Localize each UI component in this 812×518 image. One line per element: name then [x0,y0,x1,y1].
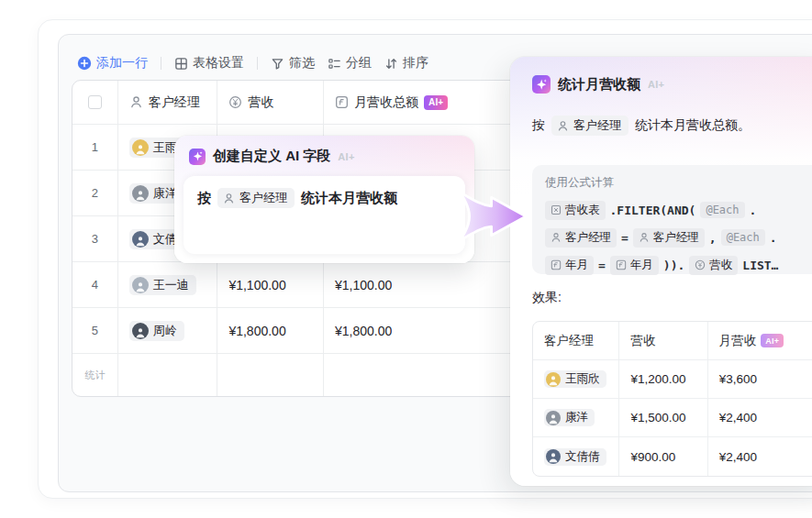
formula-operator: )). [663,259,684,272]
panel-title: 统计月营收额 [558,76,640,94]
token-label: 营收表 [565,203,600,218]
popup-title: 创建自定义 AI 字段 [213,148,330,165]
filter-button[interactable]: 筛选 [271,55,315,72]
field-chip-manager: 客户经理 [217,188,295,208]
token-label: 客户经理 [565,230,611,246]
person-icon [551,232,562,243]
toolbar-divider [257,57,258,70]
funnel-icon [271,57,284,71]
ai-plus-tag: AI+ [338,151,354,162]
prompt-text: 按 客户经理 统计本月营收额 [197,188,451,208]
sheet-icon [551,204,562,215]
toolbar-divider [161,57,161,70]
ai-sparkle-icon [532,75,551,94]
sort-button[interactable]: 排序 [384,55,428,72]
manager-cell[interactable]: 周岭 [118,308,218,353]
column-header-label: 月营收总额 [354,94,418,111]
group-button[interactable]: 分组 [328,55,372,72]
person-chip: 康洋 [544,409,595,426]
revenue-cell[interactable]: ¥1,800.00 [217,308,324,353]
panel-description: 按 客户经理 统计本月营收总额。 [510,94,812,136]
formula-icon [551,259,562,270]
result-row: 王雨欣 ¥1,200.00 ¥3,600 [533,360,812,399]
select-all-checkbox[interactable] [88,95,102,109]
avatar [132,185,149,202]
ai-prompt-input[interactable]: 按 客户经理 统计本月营收额 [184,176,465,254]
formula-operator: . [750,204,757,217]
field-chip-revenue: 营收 [689,256,738,275]
avatar [132,139,149,156]
formula-line: 年月 = 年月 )). 营收 LIST… [545,251,809,279]
person-chip: 王雨欣 [544,370,606,388]
table-settings-label: 表格设置 [193,55,244,72]
token-label: 营收 [709,258,732,273]
plus-circle-icon [77,56,92,71]
filter-label: 筛选 [289,55,315,72]
connector-arrow-icon [457,191,530,242]
ai-plus-tag: AI+ [648,79,664,90]
avatar [132,323,149,339]
person-name: 王一迪 [153,277,189,293]
yen-icon [228,95,242,109]
monthly-total-cell[interactable]: ¥1,100.00 [324,262,537,307]
add-row-label: 添加一行 [96,55,148,72]
monthly-total-cell[interactable]: ¥1,800.00 [324,308,537,353]
person-chip: 周岭 [129,321,184,341]
ai-field-badge: AI+ [424,95,448,110]
field-chip-yearmonth: 年月 [545,256,594,275]
row-number: 3 [72,216,118,261]
result-header-row: 客户经理 营收 月营收 AI+ [533,322,812,360]
table-ref-chip: 营收表 [545,201,606,220]
prompt-prefix: 按 [197,190,211,207]
person-icon [223,193,235,204]
stat-label[interactable]: 统计 [84,369,105,382]
column-header-label: 客户经理 [149,94,200,111]
stat-cell[interactable] [324,354,537,397]
prompt-suffix: 统计本月营收额 [301,190,397,207]
row-number: 4 [72,262,118,307]
person-name: 王雨欣 [565,371,600,387]
ai-sparkle-icon [189,149,206,165]
result-revenue: ¥1,200.00 [619,360,707,398]
column-header-label: 营收 [248,94,273,111]
field-chip-manager: 客户经理 [633,228,705,248]
each-chip: @Each [721,229,765,246]
stat-cell[interactable] [217,354,324,397]
person-name: 文倩倩 [565,449,600,465]
token-label: 客户经理 [653,230,699,246]
result-col-monthly: 月营收 AI+ [708,322,812,359]
formula-preview-card[interactable]: 使用公式计算 营收表 .FILTER(AND( @Each . 客户经理 = 客… [532,165,812,274]
formula-operator: LIST… [742,259,778,272]
person-chip: 王一迪 [129,275,196,295]
result-row: 康洋 ¥1,500.00 ¥2,400 [533,399,812,437]
popup-header: 创建自定义 AI 字段 AI+ [174,136,474,165]
token-label: 年月 [565,258,588,273]
column-header-manager[interactable]: 客户经理 [118,81,218,124]
row-number: 1 [72,125,118,170]
formula-icon [335,95,349,109]
person-name: 康洋 [565,410,588,425]
formula-operator: = [598,259,606,272]
group-icon [328,57,341,71]
desc-prefix: 按 [532,117,545,134]
formula-line: 客户经理 = 客户经理 , @Each . [545,224,809,251]
stat-row: 统计 [72,354,537,397]
row-number: 5 [72,308,118,353]
result-preview-table: 客户经理 营收 月营收 AI+ 王雨欣 ¥1,200.00 ¥3,600 康洋 … [532,321,812,477]
formula-operator: = [621,231,628,245]
column-header-monthly-total[interactable]: 月营收总额 AI+ [324,81,537,124]
revenue-cell[interactable]: ¥1,100.00 [217,262,324,307]
result-revenue: ¥1,500.00 [619,399,707,436]
add-row-button[interactable]: 添加一行 [77,55,148,72]
result-monthly: ¥3,600 [708,360,812,398]
result-section-label: 效果: [532,290,562,306]
column-header-revenue[interactable]: 营收 [217,81,324,124]
table-header-row: 客户经理 营收 月营收总额 AI+ [72,81,537,125]
sort-arrows-icon [384,57,398,71]
table-settings-button[interactable]: 表格设置 [174,55,244,72]
manager-cell[interactable]: 王一迪 [118,262,218,307]
ai-field-detail-panel: 统计月营收额 AI+ 按 客户经理 统计本月营收总额。 使用公式计算 营收表 .… [510,57,812,486]
yen-icon [695,259,706,270]
table-toolbar: 添加一行 表格设置 筛选 分组 排序 [77,51,428,75]
stat-cell[interactable] [118,354,218,397]
